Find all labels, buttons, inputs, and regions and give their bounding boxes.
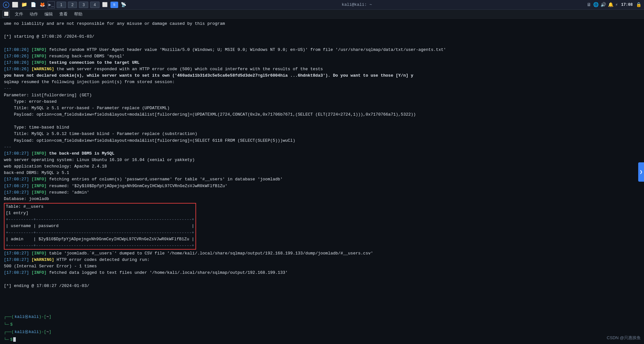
prompt-line-2: ┌──(kali㉿kali)-[~] [4,328,640,336]
taskbar-right: 🖥 🌐 🔊 🔔 ⚡ 17:08 🔒 [587,2,641,7]
app-icon-3[interactable]: 📡 [120,1,127,8]
terminal-window: ⬜ 文件 动作 编辑 查看 帮助 ume no liability and ar… [0,10,644,344]
line-500-error: 500 (Internal Server Error) - 1 times [4,263,640,270]
app-icon-2[interactable]: 5 [110,2,118,8]
prompt-bracket-2: )-[ [39,328,46,336]
volume-icon[interactable]: 🔊 [601,2,606,7]
menu-action[interactable]: 动作 [27,11,41,18]
line-payload-time: Payload: option=com_fields&view=fields&l… [4,138,640,144]
text-icon[interactable]: 📄 [30,1,37,8]
menu-help[interactable]: 帮助 [71,11,85,18]
prompt-user-1: kali㉿kali [14,313,39,320]
menu-file[interactable]: 文件 [12,11,26,18]
prompt-dollar-line-1[interactable]: └─$ [4,321,640,328]
menu-edit[interactable]: 编辑 [42,11,55,18]
prompt-user-2: kali㉿kali [14,328,39,336]
table-name: Table: #__users [5,204,195,210]
prompt-line-1: ┌──(kali㉿kali)-[~] [4,313,640,320]
system-icons: 🖥 🌐 🔊 🔔 ⚡ [587,2,618,7]
table-highlight-box: Table: #__users [1 entry] +----------+--… [4,203,196,250]
table-sep-2: +----------+----------------------------… [5,230,195,236]
line-title-time: Title: MySQL ≥ 5.0.12 time-based blind -… [4,131,640,137]
line-warning-http: [17:08:27] [WARNING] HTTP error codes de… [4,257,640,263]
workspace-1-btn[interactable]: 1 [57,2,66,8]
line-database: Database: joomladb [4,196,640,202]
line-blank-4 [4,276,640,282]
prompt-icon-1: ┌──( [4,313,14,320]
line-blank-1 [4,27,640,33]
prompt-path-1: ~ [46,313,49,320]
terminal-resize-icon[interactable]: ⬜ [3,11,10,18]
cursor [13,337,16,342]
prompt-dollar-1: $ [10,321,13,328]
line-resumed-hash: [17:08:27] [INFO] resumed: '$2y$10$DpfpY… [4,183,640,189]
table-sep-3: +----------+----------------------------… [5,243,195,249]
line-param: Parameter: list[fullordering] (GET) [4,92,640,99]
notification-icon[interactable]: 🔔 [608,2,613,7]
line-webapp: web application technology: Apache 2.4.1… [4,163,640,170]
workspace-2-btn[interactable]: 2 [68,2,77,8]
menu-bar: ⬜ 文件 动作 编辑 查看 帮助 [0,10,644,19]
line-warning-500: [17:08:26] [WARNING] the web server resp… [4,66,640,72]
line-blank-5 [4,289,640,296]
line-sep-2: --- [4,144,640,150]
prompt-path-2: ~ [46,328,49,336]
line-blank-2 [4,40,640,46]
line-useragent: [17:08:26] [INFO] fetched random HTTP Us… [4,47,640,53]
table-entry-count: [1 entry] [5,210,195,216]
desktop-icon[interactable]: ⬜ [12,1,19,8]
table-row-admin: | admin | $2y$10$DpfpYjADpejngxNh9GnmCey… [5,236,195,243]
terminal-icon[interactable]: ▶_ [48,1,55,8]
prompt-bracket-close-1: ] [49,313,52,320]
prompt-dollar-line-2[interactable]: └─$ [4,336,640,343]
window-title: kali@kali: ~ [342,2,372,7]
taskbar-left: K ⬜ 📁 📄 🦊 ▶_ 1 2 3 4 ⬜ 5 📡 [3,1,127,8]
workspace-3-btn[interactable]: 3 [79,2,88,8]
prompt-dollar-2: $ [10,336,13,343]
line-os: web server operating system: Linux Ubunt… [4,157,640,163]
line-type-error: Type: error-based [4,99,640,105]
line-payload-error: Payload: option=com_fields&view=fields&l… [4,111,640,118]
prompt-corner-2: └─ [4,336,9,343]
power-icon[interactable]: ⚡ [615,2,618,7]
line-resumed-admin: [17:08:27] [INFO] resumed: 'admin' [4,189,640,196]
line-dbms-mysql: [17:08:27] [INFO] the back-end DBMS is M… [4,150,640,157]
table-header: | username | password | [5,223,195,229]
svg-text:K: K [5,4,7,7]
line-fetching-entries: [17:08:27] [INFO] fetching entries of co… [4,176,640,183]
line-fetched-data: [17:08:27] [INFO] fetched data logged to… [4,270,640,276]
line-resumed-injection: sqlmap resumed the following injection p… [4,79,640,85]
table-sep-1: +----------+----------------------------… [5,216,195,223]
line-type-time: Type: time-based blind [4,124,640,131]
display-icon[interactable]: 🖥 [587,2,591,7]
line-backend-dbms: back-end DBMS: MySQL ≥ 5.1 [4,170,640,176]
line-ending: [*] ending @ 17:08:27 /2024-01-03/ [4,283,640,289]
line-sep-1: --- [4,85,640,92]
clock: 17:08 [621,3,633,7]
lock-icon[interactable]: 🔒 [636,2,641,7]
line-dumped-csv: [17:08:27] [INFO] table 'joomladb.`#__us… [4,250,640,257]
menu-view[interactable]: 查看 [57,11,70,18]
network-icon[interactable]: 🌐 [593,2,599,7]
line-cookie-prompt: you have not declared cookie(s), while s… [4,72,640,79]
line-blank-3 [4,118,640,124]
right-notification-tab[interactable]: ❯ [638,162,644,182]
watermark: CSDN @只惠挨鱼 [607,335,641,341]
files-icon[interactable]: 📁 [21,1,28,8]
terminal-bottom: ┌──(kali㉿kali)-[~] └─$ ┌──(kali㉿kali)-[~… [0,312,644,344]
terminal-output: ume no liability and are not responsible… [0,19,644,312]
app-icon-1[interactable]: ⬜ [101,1,109,8]
line-disclaimer: ume no liability and are not responsible… [4,21,640,27]
firefox-icon[interactable]: 🦊 [39,1,46,8]
kali-logo-icon[interactable]: K [3,1,10,8]
prompt-corner-1: └─ [4,321,9,328]
col-username: username [11,224,31,228]
prompt-bracket-1: )-[ [39,313,46,320]
line-testing: [17:08:26] [INFO] testing connection to … [4,60,640,66]
taskbar-top: K ⬜ 📁 📄 🦊 ▶_ 1 2 3 4 ⬜ 5 📡 kali@kali: ~ … [0,0,644,10]
line-title-error: Title: MySQL ≥ 5.1 error-based - Paramet… [4,105,640,111]
prompt-icon-2: ┌──( [4,328,14,336]
prompt-bracket-close-2: ] [49,328,52,336]
workspace-4-btn[interactable]: 4 [90,2,99,8]
line-starting: [*] starting @ 17:08:26 /2024-01-03/ [4,33,640,40]
